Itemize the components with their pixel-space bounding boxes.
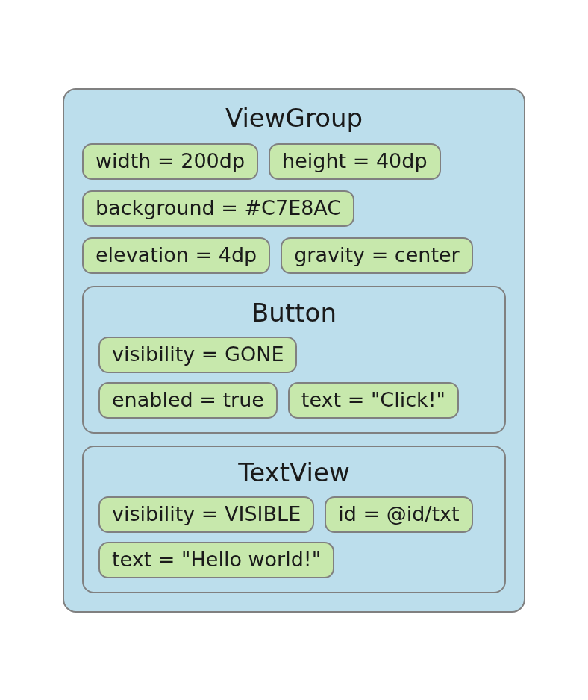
prop-width: width = 200dp [82, 143, 258, 180]
textview-props-row-2: text = "Hello world!" [98, 542, 490, 578]
prop-button-enabled: enabled = true [98, 382, 278, 419]
button-box: Button visibility = GONE enabled = true … [82, 286, 506, 434]
prop-button-visibility: visibility = GONE [98, 337, 297, 373]
textview-box: TextView visibility = VISIBLE id = @id/t… [82, 446, 506, 593]
viewgroup-props-row-1: width = 200dp height = 40dp [82, 143, 506, 180]
viewgroup-props-row-3: elevation = 4dp gravity = center [82, 237, 506, 274]
button-title: Button [98, 298, 490, 328]
textview-props-row-1: visibility = VISIBLE id = @id/txt [98, 496, 490, 533]
prop-background: background = #C7E8AC [82, 190, 354, 227]
viewgroup-props-row-2: background = #C7E8AC [82, 190, 506, 227]
viewgroup-box: ViewGroup width = 200dp height = 40dp ba… [63, 88, 525, 613]
prop-textview-text: text = "Hello world!" [98, 542, 334, 578]
viewgroup-title: ViewGroup [82, 103, 506, 133]
button-props-row-2: enabled = true text = "Click!" [98, 382, 490, 419]
prop-elevation: elevation = 4dp [82, 237, 270, 274]
prop-gravity: gravity = center [281, 237, 472, 274]
prop-button-text: text = "Click!" [288, 382, 459, 419]
prop-height: height = 40dp [269, 143, 440, 180]
button-props-row-1: visibility = GONE [98, 337, 490, 373]
prop-textview-id: id = @id/txt [325, 496, 472, 533]
prop-textview-visibility: visibility = VISIBLE [98, 496, 314, 533]
textview-title: TextView [98, 457, 490, 487]
